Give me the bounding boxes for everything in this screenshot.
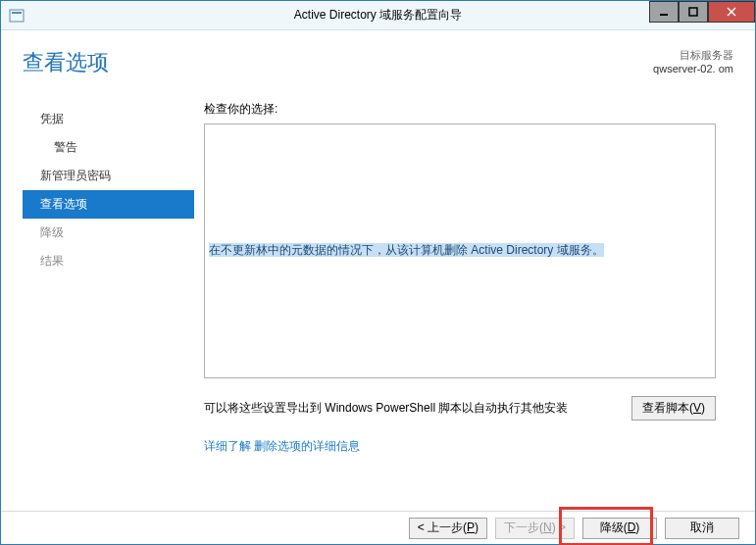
footer: < 上一步(P) 下一步(N) > 降级(D) 取消 — [1, 511, 755, 544]
sidebar: 凭据警告新管理员密码查看选项降级结果 — [23, 101, 194, 455]
app-icon — [9, 8, 25, 24]
sidebar-item-2[interactable]: 新管理员密码 — [23, 162, 194, 190]
svg-rect-0 — [10, 10, 24, 22]
prev-button[interactable]: < 上一步(P) — [409, 518, 487, 539]
sidebar-item-4[interactable]: 降级 — [23, 219, 194, 247]
review-text: 在不更新林中的元数据的情况下，从该计算机删除 Active Directory … — [209, 243, 604, 257]
main-pane: 检查你的选择: 在不更新林中的元数据的情况下，从该计算机删除 Active Di… — [194, 101, 733, 455]
header-row: 查看选项 目标服务器 qwserver-02. om — [23, 48, 733, 77]
link-row: 详细了解 删除选项的详细信息 — [204, 438, 733, 455]
svg-rect-1 — [12, 12, 22, 14]
content-area: 查看选项 目标服务器 qwserver-02. om 凭据警告新管理员密码查看选… — [1, 30, 755, 455]
window-controls — [649, 1, 755, 23]
svg-rect-3 — [689, 8, 697, 16]
export-label: 可以将这些设置导出到 Windows PowerShell 脚本以自动执行其他安… — [204, 400, 568, 417]
wizard-window: Active Directory 域服务配置向导 查看选项 目标服务器 qwse… — [0, 0, 756, 545]
sidebar-item-3[interactable]: 查看选项 — [23, 190, 194, 219]
sidebar-item-1[interactable]: 警告 — [23, 133, 194, 162]
target-block: 目标服务器 qwserver-02. om — [653, 48, 733, 74]
sidebar-item-0[interactable]: 凭据 — [23, 105, 194, 133]
target-label: 目标服务器 — [653, 48, 733, 63]
minimize-button[interactable] — [649, 1, 679, 23]
export-row: 可以将这些设置导出到 Windows PowerShell 脚本以自动执行其他安… — [204, 396, 716, 421]
demote-button[interactable]: 降级(D) — [582, 518, 657, 539]
cancel-button[interactable]: 取消 — [665, 518, 739, 539]
main-row: 凭据警告新管理员密码查看选项降级结果 检查你的选择: 在不更新林中的元数据的情况… — [23, 101, 733, 455]
review-textbox[interactable]: 在不更新林中的元数据的情况下，从该计算机删除 Active Directory … — [204, 124, 716, 378]
maximize-button[interactable] — [679, 1, 708, 23]
view-script-button[interactable]: 查看脚本(V) — [631, 396, 716, 421]
check-label: 检查你的选择: — [204, 101, 733, 118]
window-title: Active Directory 域服务配置向导 — [294, 7, 462, 24]
titlebar: Active Directory 域服务配置向导 — [1, 1, 755, 30]
next-button: 下一步(N) > — [495, 518, 575, 539]
close-button[interactable] — [708, 1, 755, 23]
page-title: 查看选项 — [23, 48, 109, 77]
target-server: qwserver-02. om — [653, 63, 733, 74]
sidebar-item-5[interactable]: 结果 — [23, 247, 194, 275]
more-info-link[interactable]: 详细了解 删除选项的详细信息 — [204, 439, 360, 453]
